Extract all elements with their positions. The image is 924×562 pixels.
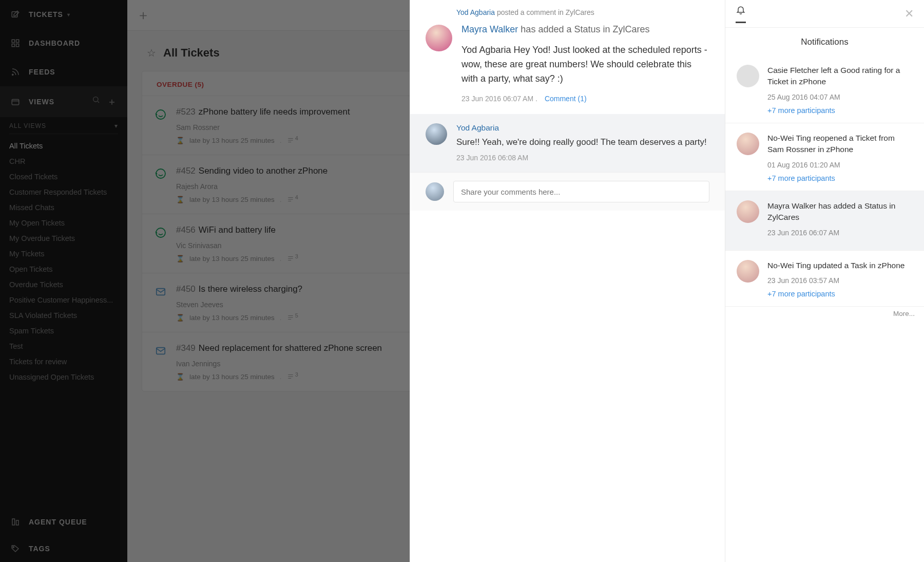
notification-item[interactable]: Casie Fletcher left a Good rating for a … xyxy=(725,55,924,123)
mail-icon xyxy=(153,344,168,358)
comment-block: Yod Agbaria Sure!! Yeah, we're doing rea… xyxy=(410,114,725,173)
views-nav[interactable]: VIEWS ＋ xyxy=(0,86,127,117)
view-item[interactable]: Missed Chats xyxy=(9,200,118,215)
view-item[interactable]: Test xyxy=(9,339,118,354)
avatar xyxy=(426,182,444,201)
all-views-header[interactable]: ALL VIEWS ▾ xyxy=(9,117,118,134)
view-item[interactable]: My Tickets xyxy=(9,246,118,261)
mail-icon xyxy=(153,285,168,299)
notification-text: No-Wei Ting reopened a Ticket from Sam R… xyxy=(767,133,913,156)
add-view-icon[interactable]: ＋ xyxy=(107,96,117,108)
bell-icon[interactable] xyxy=(736,5,746,23)
ticket-title: WiFi and battery life xyxy=(199,225,276,235)
comment-body: Sure!! Yeah, we're doing really good! Th… xyxy=(456,136,709,149)
status-headline: Mayra Walker has added a Status in ZylCa… xyxy=(461,23,709,36)
conversation-panel: Yod Agbaria posted a comment in ZylCares… xyxy=(410,0,725,562)
view-item[interactable]: All Tickets xyxy=(9,138,118,154)
view-item[interactable]: Spam Tickets xyxy=(9,323,118,339)
avatar xyxy=(737,200,759,223)
svg-point-10 xyxy=(13,547,14,548)
view-item[interactable]: Overdue Tickets xyxy=(9,277,118,292)
view-item[interactable]: Tickets for review xyxy=(9,354,118,369)
search-icon[interactable] xyxy=(92,96,100,108)
view-item[interactable]: Closed Tickets xyxy=(9,169,118,184)
happy-face-icon xyxy=(153,226,168,240)
views-label: VIEWS xyxy=(29,98,54,106)
view-item[interactable]: Customer Responded Tickets xyxy=(9,184,118,200)
tags-nav[interactable]: TAGS xyxy=(0,535,127,562)
avatar[interactable] xyxy=(426,25,452,51)
more-participants-link[interactable]: +7 more participants xyxy=(767,174,913,182)
tickets-nav[interactable]: TICKETS ▾ xyxy=(0,0,127,29)
svg-rect-2 xyxy=(16,40,19,42)
feeds-label: FEEDS xyxy=(29,68,55,76)
ticket-sla: late by 13 hours 25 minutes xyxy=(189,255,275,263)
hourglass-icon: ⌛ xyxy=(176,314,184,322)
hourglass-icon: ⌛ xyxy=(176,255,184,263)
breadcrumb: Yod Agbaria posted a comment in ZylCares xyxy=(410,0,725,20)
timestamp: 23 Jun 2016 06:08 AM xyxy=(456,154,709,162)
new-ticket-button[interactable]: ＋ xyxy=(132,5,154,26)
view-item[interactable]: Open Tickets xyxy=(9,261,118,277)
chevron-down-icon: ▾ xyxy=(67,12,70,17)
agent-queue-icon xyxy=(10,517,21,527)
thread-count: 5 xyxy=(287,314,298,321)
notification-text: Mayra Walker has added a Status in ZylCa… xyxy=(767,200,913,223)
dashboard-nav[interactable]: DASHBOARD xyxy=(0,29,127,58)
timestamp: 23 Jun 2016 06:07 AM xyxy=(767,229,913,237)
notification-item[interactable]: No-Wei Ting reopened a Ticket from Sam R… xyxy=(725,123,924,191)
comment-input[interactable] xyxy=(453,181,709,202)
compose-icon xyxy=(10,9,21,20)
more-notifications-link[interactable]: More... xyxy=(725,307,924,317)
more-participants-link[interactable]: +7 more participants xyxy=(767,106,913,115)
feeds-nav[interactable]: FEEDS xyxy=(0,58,127,86)
svg-point-11 xyxy=(156,110,165,119)
view-item[interactable]: SLA Violated Tickets xyxy=(9,308,118,323)
close-icon[interactable]: ✕ xyxy=(904,7,914,21)
hourglass-icon: ⌛ xyxy=(176,373,184,381)
tags-icon xyxy=(10,544,21,554)
svg-rect-6 xyxy=(12,100,19,105)
dashboard-label: DASHBOARD xyxy=(29,39,80,47)
hourglass-icon: ⌛ xyxy=(176,196,184,203)
notification-text: Casie Fletcher left a Good rating for a … xyxy=(767,65,913,88)
svg-rect-9 xyxy=(16,520,19,525)
svg-rect-8 xyxy=(12,519,15,525)
notification-item[interactable]: Mayra Walker has added a Status in ZylCa… xyxy=(725,191,924,251)
chevron-down-icon: ▾ xyxy=(114,122,118,129)
happy-face-icon xyxy=(153,107,168,122)
view-item[interactable]: CHR xyxy=(9,154,118,169)
view-item[interactable]: My Overdue Tickets xyxy=(9,231,118,246)
view-item[interactable]: Unassigned Open Tickets xyxy=(9,369,118,385)
avatar[interactable] xyxy=(426,123,447,145)
agent-queue-nav[interactable]: AGENT QUEUE xyxy=(0,509,127,535)
hourglass-icon: ⌛ xyxy=(176,137,184,144)
star-icon[interactable]: ☆ xyxy=(147,47,156,59)
timestamp: 25 Aug 2016 04:07 AM xyxy=(767,93,913,101)
dashboard-icon xyxy=(10,38,21,48)
thread-count: 3 xyxy=(287,373,298,380)
agent-queue-label: AGENT QUEUE xyxy=(29,518,87,526)
view-item[interactable]: My Open Tickets xyxy=(9,215,118,231)
views-list: ALL VIEWS ▾ All Tickets CHR Closed Ticke… xyxy=(0,117,127,385)
notifications-title: Notifications xyxy=(725,28,924,55)
tickets-label: TICKETS xyxy=(29,10,63,18)
avatar xyxy=(737,260,759,283)
svg-rect-3 xyxy=(12,44,14,47)
more-participants-link[interactable]: +7 more participants xyxy=(767,290,913,298)
all-views-label: ALL VIEWS xyxy=(9,122,46,129)
breadcrumb-author[interactable]: Yod Agbaria xyxy=(456,8,495,16)
comment-author[interactable]: Yod Agbaria xyxy=(456,123,709,133)
sidebar: TICKETS ▾ DASHBOARD FEEDS VIEWS xyxy=(0,0,127,562)
ticket-title: Need replacement for shattered zPhone sc… xyxy=(199,343,382,353)
notification-item[interactable]: No-Wei Ting updated a Task in zPhone 23 … xyxy=(725,251,924,307)
comment-link[interactable]: Comment (1) xyxy=(545,95,587,103)
svg-point-13 xyxy=(156,228,165,237)
avatar xyxy=(737,133,759,155)
view-item[interactable]: Positive Customer Happiness... xyxy=(9,292,118,308)
svg-point-7 xyxy=(93,97,98,102)
ticket-id: #349 xyxy=(176,343,196,353)
svg-rect-1 xyxy=(12,40,14,42)
ticket-id: #523 xyxy=(176,107,196,117)
ticket-sla: late by 13 hours 25 minutes xyxy=(189,314,275,322)
